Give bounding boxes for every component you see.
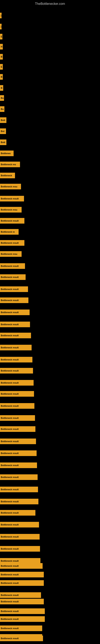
bar-row: |	[0, 13, 1, 18]
bar-label: Bottleneck resu	[0, 184, 21, 190]
bar-label: Bottleneck result	[0, 486, 38, 492]
bar-row: Bottleneck result	[0, 499, 38, 504]
bar-row: Bottleneck result	[0, 218, 24, 224]
bar-row: Bottleneck result	[0, 534, 40, 540]
bar-row: Bo	[0, 95, 4, 101]
bar-label: Bottleneck result	[0, 563, 43, 569]
bar-label: Bottleneck result	[0, 572, 44, 578]
bar-row: Bottleneck res	[0, 162, 20, 167]
bar-label: Bottleneck result	[0, 218, 24, 224]
bar-row: Bottleneck result	[0, 368, 33, 374]
bar-row: Bottleneck result	[0, 450, 37, 456]
bar-label: Bottleneck result	[0, 534, 40, 540]
bar-label: E	[0, 64, 3, 70]
bar-row: Bottleneck result	[0, 196, 24, 202]
bar-label: Bottleneck re	[0, 229, 19, 235]
bar-label: Bottleneck result	[0, 626, 42, 631]
site-title: TheBottlenecker.com	[0, 0, 100, 7]
bar-row: Bottleneck result	[0, 286, 28, 292]
bar-label: Bottleneck	[0, 173, 15, 178]
bar-row: Bottleneck result	[0, 474, 38, 480]
bar-label: B	[0, 74, 3, 80]
bar-row: Bottleneck result	[0, 357, 32, 362]
bar-label: Bot	[0, 128, 6, 134]
bar-label: Bottleneck result	[0, 592, 41, 598]
bar-row: Bottleneck	[0, 173, 15, 178]
bar-label: Bottleneck result	[0, 196, 24, 202]
bar-label: Bo	[0, 95, 4, 101]
bar-row: |	[0, 24, 1, 30]
bar-row: Bottleneck result	[0, 403, 34, 409]
bar-label: Bottleneck result	[0, 263, 25, 269]
bar-row: Bottlenec	[0, 150, 14, 156]
bar-label: Bottleneck result	[0, 274, 26, 280]
bar-label: Bottleneck result	[0, 462, 37, 468]
bar-row: Bottleneck result	[0, 298, 28, 303]
bars-container: ||EHBEBBBoBoBottBotBottBottlenecBottlene…	[0, 7, 100, 640]
bar-label: Bottleneck result	[0, 391, 34, 397]
bar-label: B	[0, 54, 3, 60]
bar-row: Bottleneck result	[0, 462, 37, 468]
bar-label: Bottleneck resu	[0, 207, 22, 212]
bar-label: H	[0, 44, 3, 50]
bar-row: Bottleneck result	[0, 546, 40, 552]
bar-row: H	[0, 44, 3, 50]
bar-row: Bottleneck result	[0, 274, 26, 280]
bar-label: Bo	[0, 106, 4, 112]
bar-label: B	[0, 85, 3, 91]
bar-label: Bottleneck result	[0, 380, 34, 386]
bar-label: |	[0, 13, 1, 18]
bar-row: Bottleneck result	[0, 240, 24, 246]
bar-label: Bottleneck result	[0, 322, 30, 327]
bar-label: Bottleneck result	[0, 298, 28, 303]
bar-label: Bottleneck result	[0, 438, 36, 444]
bar-row: Bottleneck result	[0, 322, 30, 327]
bar-row: Bottleneck result	[0, 580, 44, 586]
bar-row: Bottleneck resu	[0, 184, 21, 190]
bar-row: B	[0, 54, 3, 60]
bar-row: Bottleneck result	[0, 380, 34, 386]
bar-label: Bott	[0, 140, 6, 145]
bar-row: Bottleneck result	[0, 592, 41, 598]
bar-label: |	[0, 24, 1, 30]
bar-label: Bottleneck result	[0, 474, 38, 480]
bar-label: Bottleneck result	[0, 310, 30, 315]
bar-label: Bottlenec	[0, 150, 14, 156]
bar-label: Bottleneck result	[0, 608, 45, 614]
bar-label: Bottleneck result	[0, 522, 39, 528]
bar-label: Bottleneck result	[0, 333, 31, 338]
bar-row: Bot	[0, 128, 6, 134]
bar-label: Bottleneck result	[0, 636, 43, 641]
bar-label: Bott	[0, 117, 6, 123]
bar-label: Bottleneck result	[0, 616, 45, 622]
bar-row: Bottleneck resu	[0, 207, 22, 212]
bar-label: Bottleneck result	[0, 599, 44, 604]
bar-row: Bo	[0, 106, 4, 112]
bar-row: Bottleneck result	[0, 558, 40, 564]
bar-row: Bottleneck result	[0, 626, 42, 631]
bar-label: Bottleneck result	[0, 499, 38, 504]
bar-row: Bottleneck result	[0, 636, 43, 641]
bar-row: E	[0, 34, 2, 40]
bar-row: Bottleneck result	[0, 510, 35, 516]
bar-row: Bottleneck result	[0, 391, 34, 397]
bar-label: Bottleneck result	[0, 357, 32, 362]
bar-label: Bottleneck result	[0, 345, 32, 350]
bar-row: Bottleneck result	[0, 426, 35, 432]
bar-row: Bottleneck result	[0, 608, 45, 614]
bar-label: Bottleneck result	[0, 450, 37, 456]
bar-row: Bottleneck result	[0, 572, 44, 578]
bar-row: Bottleneck result	[0, 310, 30, 315]
bar-label: Bottleneck result	[0, 403, 34, 409]
bar-row: Bottleneck result	[0, 438, 36, 444]
bar-label: Bottleneck resu	[0, 251, 22, 257]
bar-row: Bottleneck result	[0, 415, 35, 421]
bar-label: Bottleneck result	[0, 286, 28, 292]
bar-label: E	[0, 34, 2, 40]
bar-label: Bottleneck result	[0, 580, 44, 586]
bar-label: Bottleneck result	[0, 415, 35, 421]
bar-label: Bottleneck result	[0, 240, 24, 246]
bar-label: Bottleneck result	[0, 546, 40, 552]
bar-row: Bottleneck result	[0, 486, 38, 492]
bar-row: E	[0, 64, 3, 70]
